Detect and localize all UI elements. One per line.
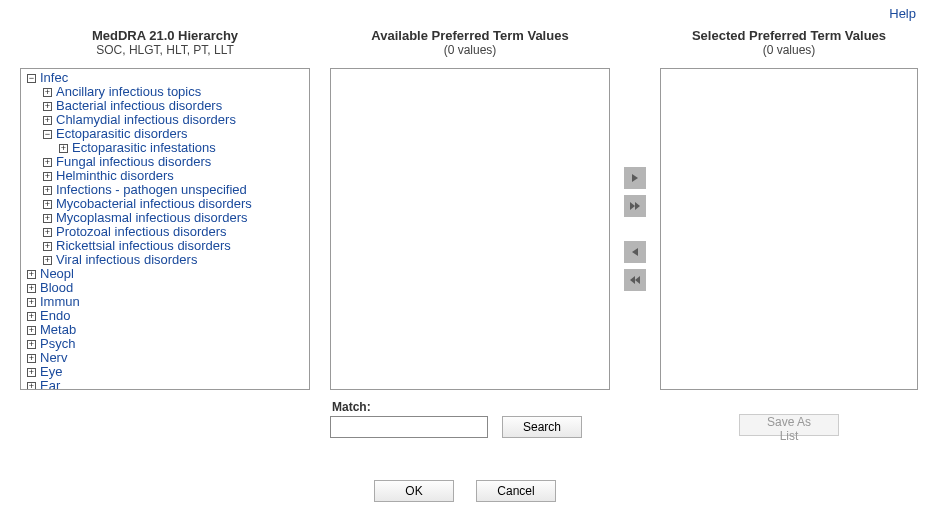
tree-node: +Blood	[27, 281, 307, 295]
svg-marker-1	[630, 202, 635, 210]
dialog-buttons: OK Cancel	[0, 480, 930, 502]
available-header: Available Preferred Term Values (0 value…	[371, 28, 568, 62]
help-link[interactable]: Help	[889, 6, 916, 21]
tree-node-label[interactable]: Protozoal infectious disorders	[56, 225, 227, 239]
tree-node: +Psych	[27, 337, 307, 351]
tree-node-label[interactable]: Nerv	[40, 351, 67, 365]
tree-node: +Mycobacterial infectious disorders	[43, 197, 307, 211]
available-list-panel[interactable]	[330, 68, 610, 390]
hierarchy-tree-panel[interactable]: −Infec+Ancillary infectious topics+Bacte…	[20, 68, 310, 390]
tree-node-label[interactable]: Mycoplasmal infectious disorders	[56, 211, 247, 225]
expand-icon[interactable]: +	[43, 228, 52, 237]
collapse-icon[interactable]: −	[43, 130, 52, 139]
expand-icon[interactable]: +	[43, 256, 52, 265]
tree-node-label[interactable]: Rickettsial infectious disorders	[56, 239, 231, 253]
expand-icon[interactable]: +	[43, 214, 52, 223]
tree-node: +Ancillary infectious topics	[43, 85, 307, 99]
hierarchy-title: MedDRA 21.0 Hierarchy	[92, 28, 238, 43]
available-title: Available Preferred Term Values	[371, 28, 568, 43]
expand-icon[interactable]: +	[27, 312, 36, 321]
match-input[interactable]	[330, 416, 488, 438]
cancel-button[interactable]: Cancel	[476, 480, 556, 502]
tree-node-label[interactable]: Bacterial infectious disorders	[56, 99, 222, 113]
tree-node: −Infec+Ancillary infectious topics+Bacte…	[27, 71, 307, 267]
selected-subtitle: (0 values)	[692, 43, 886, 57]
save-as-list-button[interactable]: Save As List	[739, 414, 839, 436]
tree-node: +Viral infectious disorders	[43, 253, 307, 267]
svg-marker-5	[635, 276, 640, 284]
tree-node: +Neopl	[27, 267, 307, 281]
expand-icon[interactable]: +	[43, 158, 52, 167]
expand-icon[interactable]: +	[43, 172, 52, 181]
tree-node: +Metab	[27, 323, 307, 337]
tree-node-label[interactable]: Infections - pathogen unspecified	[56, 183, 247, 197]
svg-marker-2	[635, 202, 640, 210]
expand-icon[interactable]: +	[27, 340, 36, 349]
collapse-icon[interactable]: −	[27, 74, 36, 83]
ok-button[interactable]: OK	[374, 480, 454, 502]
move-all-right-button[interactable]	[624, 195, 646, 217]
expand-icon[interactable]: +	[43, 200, 52, 209]
tree-node-label[interactable]: Blood	[40, 281, 73, 295]
svg-marker-0	[632, 174, 638, 182]
transfer-buttons-column	[610, 68, 660, 390]
expand-icon[interactable]: +	[27, 298, 36, 307]
tree-node: +Fungal infectious disorders	[43, 155, 307, 169]
tree-node: +Nerv	[27, 351, 307, 365]
expand-icon[interactable]: +	[43, 242, 52, 251]
tree-node: +Ectoparasitic infestations	[59, 141, 307, 155]
tree-node: +Chlamydial infectious disorders	[43, 113, 307, 127]
tree-node-label[interactable]: Eye	[40, 365, 62, 379]
tree-node-label[interactable]: Infec	[40, 71, 68, 85]
expand-icon[interactable]: +	[59, 144, 68, 153]
tree-node-label[interactable]: Chlamydial infectious disorders	[56, 113, 236, 127]
tree-node-label[interactable]: Helminthic disorders	[56, 169, 174, 183]
expand-icon[interactable]: +	[27, 326, 36, 335]
tree-node: +Eye	[27, 365, 307, 379]
expand-icon[interactable]: +	[27, 270, 36, 279]
hierarchy-header: MedDRA 21.0 Hierarchy SOC, HLGT, HLT, PT…	[92, 28, 238, 62]
tree-node-label[interactable]: Ectoparasitic disorders	[56, 127, 188, 141]
tree-node: −Ectoparasitic disorders+Ectoparasitic i…	[43, 127, 307, 155]
tree-node-label[interactable]: Ancillary infectious topics	[56, 85, 201, 99]
move-left-button[interactable]	[624, 241, 646, 263]
tree-node-label[interactable]: Neopl	[40, 267, 74, 281]
tree-node: +Mycoplasmal infectious disorders	[43, 211, 307, 225]
tree-node-label[interactable]: Immun	[40, 295, 80, 309]
tree-node-label[interactable]: Mycobacterial infectious disorders	[56, 197, 252, 211]
expand-icon[interactable]: +	[43, 186, 52, 195]
tree-node-label[interactable]: Viral infectious disorders	[56, 253, 197, 267]
expand-icon[interactable]: +	[43, 88, 52, 97]
expand-icon[interactable]: +	[27, 382, 36, 391]
tree-node: +Rickettsial infectious disorders	[43, 239, 307, 253]
tree-node-label[interactable]: Endo	[40, 309, 70, 323]
tree-node: +Ear	[27, 379, 307, 390]
main-columns: MedDRA 21.0 Hierarchy SOC, HLGT, HLT, PT…	[0, 0, 930, 438]
move-all-left-button[interactable]	[624, 269, 646, 291]
search-button[interactable]: Search	[502, 416, 582, 438]
tree-node-label[interactable]: Psych	[40, 337, 75, 351]
available-column: Available Preferred Term Values (0 value…	[330, 28, 610, 438]
svg-marker-3	[632, 248, 638, 256]
tree-node: +Protozoal infectious disorders	[43, 225, 307, 239]
expand-icon[interactable]: +	[43, 116, 52, 125]
tree-node: +Helminthic disorders	[43, 169, 307, 183]
available-subtitle: (0 values)	[371, 43, 568, 57]
svg-marker-4	[630, 276, 635, 284]
expand-icon[interactable]: +	[27, 354, 36, 363]
selected-column: Selected Preferred Term Values (0 values…	[660, 28, 918, 438]
tree-node-label[interactable]: Ear	[40, 379, 60, 390]
tree-node: +Bacterial infectious disorders	[43, 99, 307, 113]
selected-list-panel[interactable]	[660, 68, 918, 390]
tree-node: +Endo	[27, 309, 307, 323]
tree-node-label[interactable]: Metab	[40, 323, 76, 337]
expand-icon[interactable]: +	[27, 368, 36, 377]
expand-icon[interactable]: +	[43, 102, 52, 111]
move-right-button[interactable]	[624, 167, 646, 189]
tree-node: +Immun	[27, 295, 307, 309]
hierarchy-column: MedDRA 21.0 Hierarchy SOC, HLGT, HLT, PT…	[20, 28, 310, 438]
match-label: Match:	[332, 400, 371, 414]
tree-node-label[interactable]: Fungal infectious disorders	[56, 155, 211, 169]
expand-icon[interactable]: +	[27, 284, 36, 293]
tree-node-label[interactable]: Ectoparasitic infestations	[72, 141, 216, 155]
